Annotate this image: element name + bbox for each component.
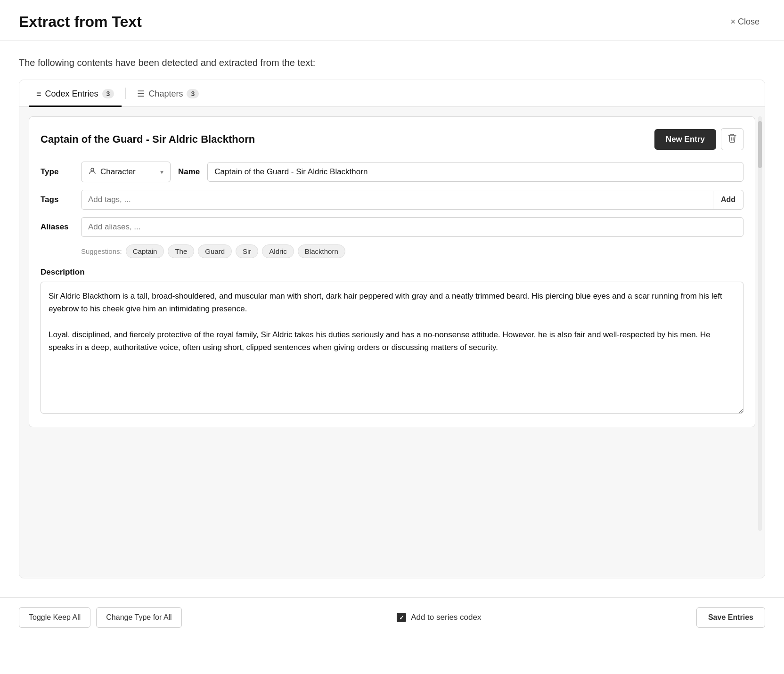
aliases-input[interactable] [81, 217, 743, 237]
suggestion-blackthorn[interactable]: Blackthorn [298, 244, 345, 258]
page-footer: Toggle Keep All Change Type for All Add … [0, 597, 784, 637]
save-entries-button[interactable]: Save Entries [696, 607, 765, 628]
suggestion-guard[interactable]: Guard [198, 244, 232, 258]
tags-row: Tags Add [41, 190, 743, 210]
entry-card-header: Captain of the Guard - Sir Aldric Blackt… [41, 128, 743, 150]
description-textarea[interactable] [41, 282, 743, 414]
add-to-series-text: Add to series codex [411, 613, 481, 622]
type-name-row: Type Character ▾ Name [41, 162, 743, 182]
chapters-icon: ☰ [137, 89, 145, 99]
entry-card: Captain of the Guard - Sir Aldric Blackt… [29, 116, 755, 427]
aliases-row: Aliases [41, 217, 743, 237]
name-label: Name [178, 167, 200, 177]
tags-label: Tags [41, 195, 74, 204]
new-entry-button[interactable]: New Entry [654, 129, 716, 150]
footer-left: Toggle Keep All Change Type for All [19, 607, 182, 628]
scrollbar-thumb[interactable] [758, 121, 762, 168]
subtitle: The following contents have been detecte… [0, 41, 784, 80]
suggestion-captain[interactable]: Captain [126, 244, 164, 258]
type-label: Type [41, 167, 74, 177]
character-icon [88, 167, 97, 177]
codex-entries-label: Codex Entries [45, 89, 98, 99]
tags-input[interactable] [82, 190, 713, 209]
type-value: Character [100, 167, 136, 177]
name-input[interactable] [207, 162, 743, 182]
toggle-keep-all-button[interactable]: Toggle Keep All [19, 607, 90, 628]
scrollbar-track [758, 116, 762, 531]
main-container: ≡ Codex Entries 3 ☰ Chapters 3 Captain o… [19, 80, 765, 578]
tab-divider [125, 88, 126, 99]
footer-center: Add to series codex [397, 613, 481, 622]
entry-card-title: Captain of the Guard - Sir Aldric Blackt… [41, 133, 255, 146]
suggestions-row: Suggestions: Captain The Guard Sir Aldri… [41, 244, 743, 258]
suggestion-aldric[interactable]: Aldric [262, 244, 294, 258]
chevron-down-icon: ▾ [160, 168, 163, 176]
type-select[interactable]: Character ▾ [81, 162, 171, 182]
svg-point-0 [91, 168, 94, 171]
add-to-series-checkbox[interactable] [397, 613, 406, 622]
description-label: Description [41, 268, 743, 277]
close-button[interactable]: × Close [725, 13, 765, 31]
entry-card-actions: New Entry [654, 128, 743, 150]
codex-entries-badge: 3 [102, 89, 114, 98]
page-title: Extract from Text [19, 13, 142, 31]
trash-icon [728, 133, 736, 143]
tab-codex-entries[interactable]: ≡ Codex Entries 3 [29, 81, 122, 107]
tags-input-wrapper: Add [81, 190, 743, 210]
tab-chapters[interactable]: ☰ Chapters 3 [130, 80, 206, 107]
aliases-label: Aliases [41, 222, 74, 232]
add-tag-button[interactable]: Add [713, 191, 743, 209]
codex-entries-icon: ≡ [36, 89, 41, 99]
add-to-series-label[interactable]: Add to series codex [397, 613, 481, 622]
chapters-label: Chapters [148, 89, 183, 99]
suggestion-the[interactable]: The [168, 244, 194, 258]
suggestion-sir[interactable]: Sir [236, 244, 258, 258]
trash-button[interactable] [721, 128, 743, 150]
page-header: Extract from Text × Close [0, 0, 784, 41]
tabs-bar: ≡ Codex Entries 3 ☰ Chapters 3 [19, 80, 765, 107]
chapters-badge: 3 [187, 89, 199, 98]
change-type-for-all-button[interactable]: Change Type for All [96, 607, 181, 628]
suggestions-label: Suggestions: [81, 247, 122, 255]
content-area: Captain of the Guard - Sir Aldric Blackt… [19, 107, 765, 578]
